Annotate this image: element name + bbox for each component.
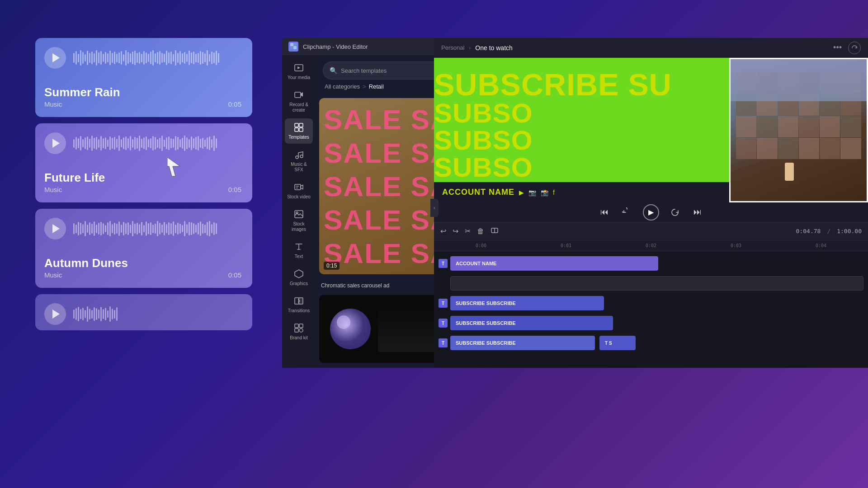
- window-title: Clipchamp - Video Editor: [303, 43, 368, 50]
- svg-rect-8: [299, 123, 303, 127]
- svg-point-24: [299, 328, 303, 332]
- sidebar-item-stock-video[interactable]: Stock video: [285, 178, 313, 203]
- breadcrumb-personal[interactable]: Personal: [441, 44, 464, 51]
- forward-button[interactable]: [668, 206, 682, 219]
- track-block-bg[interactable]: [450, 276, 863, 291]
- svg-point-11: [296, 156, 298, 159]
- sidebar-item-music[interactable]: Music & SFX: [285, 145, 313, 176]
- text-icon: [293, 241, 304, 252]
- track-label-account: ACCOUNT NAME: [456, 261, 496, 266]
- track-block-sub3[interactable]: SUBSCRIBE SUBSCRIBE: [450, 336, 595, 350]
- cut-button[interactable]: ✂: [465, 227, 471, 235]
- sync-icon[interactable]: [848, 42, 861, 54]
- sidebar-item-brand[interactable]: Brand kit: [285, 319, 313, 344]
- track-background: [439, 275, 863, 292]
- sidebar-item-stock-images[interactable]: Stock images: [285, 205, 313, 236]
- track-label-sub1: SUBSCRIBE SUBSCRIBE: [456, 300, 516, 306]
- waveform: [73, 49, 241, 66]
- sidebar-label-stock-images: Stock images: [287, 221, 311, 232]
- ruler-mark-2: 0:02: [609, 243, 693, 248]
- delete-button[interactable]: 🗑: [477, 227, 484, 235]
- game-thumbnail: [729, 58, 868, 202]
- split-button[interactable]: [491, 226, 499, 236]
- video-editor: Personal › One to watch ••• SUBSCRIBE SU…: [434, 38, 868, 368]
- svg-rect-9: [295, 128, 298, 131]
- youtube-icon: ▶: [519, 189, 524, 196]
- svg-rect-3: [290, 46, 293, 49]
- play-button[interactable]: [44, 132, 66, 154]
- app-icon: [288, 42, 298, 52]
- track-label-extra: T S: [605, 341, 612, 346]
- music-card-autumn-dunes[interactable]: Autumn Dunes Music 0:05: [35, 209, 252, 288]
- sidebar-item-transitions[interactable]: Transitions: [285, 292, 313, 317]
- rewind-button[interactable]: [620, 206, 634, 219]
- play-button[interactable]: [44, 47, 66, 69]
- editor-preview: SUBSCRIBE SU SUBSO SUBSO SUBSO ACCOUNT N…: [434, 58, 868, 202]
- music-icon: [293, 149, 304, 160]
- search-icon: 🔍: [330, 67, 337, 74]
- music-title: Future Life: [44, 171, 105, 185]
- account-name-text: ACCOUNT NAME: [442, 188, 514, 197]
- sidebar-label-text: Text: [295, 254, 303, 259]
- track-label-sub2: SUBSCRIBE SUBSCRIBE: [456, 320, 516, 326]
- sidebar-item-text[interactable]: Text: [285, 238, 313, 263]
- redo-button[interactable]: ↪: [453, 227, 458, 235]
- stock-images-icon: [293, 209, 304, 220]
- sidebar-item-record[interactable]: Record & create: [285, 86, 313, 117]
- breadcrumb-sep: >: [363, 83, 366, 90]
- svg-rect-10: [299, 128, 303, 131]
- svg-rect-7: [295, 123, 298, 127]
- stock-video-icon: [293, 182, 304, 192]
- music-genre: Music: [44, 271, 128, 279]
- music-card-summer-rain[interactable]: Summer Rain Music 0:05: [35, 38, 252, 117]
- track-block-sub3-extra[interactable]: T S: [599, 336, 636, 350]
- facebook-icon: f: [553, 189, 555, 196]
- waveform: [73, 220, 241, 237]
- timeline-toolbar: ↩ ↪ ✂ 🗑 0:04.78 / 1:00.00: [434, 222, 868, 240]
- ruler-mark-3: 0:03: [693, 243, 778, 248]
- music-title: Autumn Dunes: [44, 256, 128, 270]
- play-button[interactable]: [44, 218, 66, 239]
- music-title: Summer Rain: [44, 85, 120, 99]
- collapse-panel-button[interactable]: ‹: [430, 199, 439, 217]
- sidebar-label-templates: Templates: [288, 135, 309, 140]
- track-subscribe-3: T SUBSCRIBE SUBSCRIBE T S: [439, 334, 863, 352]
- text-track-icon-2: T: [439, 299, 448, 308]
- more-options-button[interactable]: •••: [831, 41, 844, 54]
- track-block-sub1[interactable]: SUBSCRIBE SUBSCRIBE: [450, 296, 604, 310]
- graphics-icon: [293, 268, 304, 279]
- breadcrumb-all[interactable]: All categories: [325, 83, 360, 90]
- sidebar-item-graphics[interactable]: Graphics: [285, 265, 313, 290]
- play-button[interactable]: [44, 303, 66, 325]
- text-track-icon: T: [439, 259, 448, 268]
- track-block-account[interactable]: ACCOUNT NAME: [450, 256, 658, 271]
- total-time: 1:00.00: [837, 228, 862, 235]
- svg-rect-1: [290, 43, 293, 46]
- track-subscribe-1: T SUBSCRIBE SUBSCRIBE: [439, 295, 863, 312]
- sidebar-label-brand: Brand kit: [290, 335, 307, 341]
- music-card-4[interactable]: [35, 294, 252, 330]
- play-button[interactable]: ▶: [643, 204, 659, 221]
- your-media-icon: [293, 62, 304, 73]
- sidebar-label-music: Music & SFX: [287, 162, 311, 173]
- svg-marker-18: [295, 270, 303, 278]
- sidebar-item-templates[interactable]: Templates: [285, 118, 313, 144]
- transitions-icon: [293, 296, 304, 306]
- waveform: [73, 305, 241, 323]
- template-duration: 0:15: [324, 262, 340, 270]
- skip-back-button[interactable]: ⏮: [598, 206, 611, 219]
- templates-icon: [293, 122, 304, 133]
- text-track-icon-3: T: [439, 319, 448, 328]
- track-block-sub2[interactable]: SUBSCRIBE SUBSCRIBE: [450, 316, 613, 330]
- skip-forward-button[interactable]: ⏭: [691, 206, 704, 219]
- svg-rect-19: [295, 298, 299, 304]
- music-panel: Summer Rain Music 0:05 Future Life Music…: [35, 38, 252, 330]
- music-card-future-life[interactable]: Future Life Music 0:05: [35, 123, 252, 202]
- track-account-name: T ACCOUNT NAME: [439, 255, 863, 272]
- track-label-sub3: SUBSCRIBE SUBSCRIBE: [456, 340, 516, 346]
- svg-rect-13: [295, 184, 301, 190]
- camera-icon: 📸: [541, 189, 548, 196]
- brand-icon: [293, 323, 304, 333]
- sidebar-item-your-media[interactable]: Your media: [285, 59, 313, 84]
- undo-button[interactable]: ↩: [440, 227, 446, 235]
